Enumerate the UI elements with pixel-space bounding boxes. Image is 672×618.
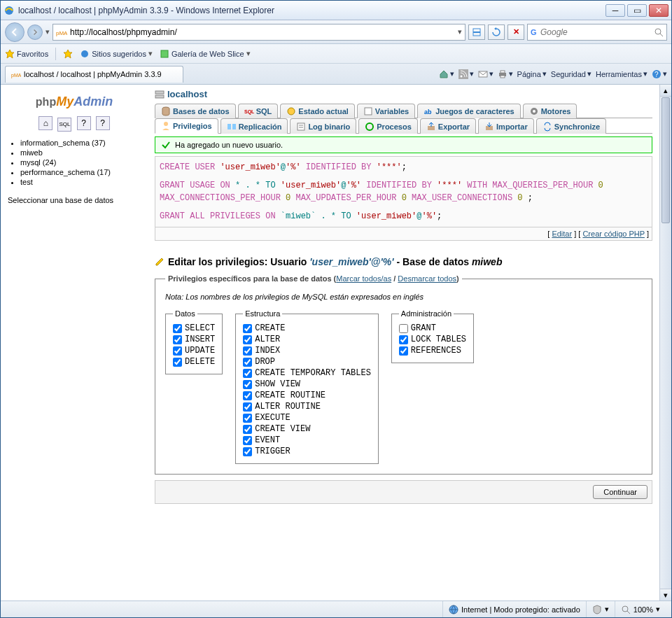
mail-button[interactable]: ▾ [478, 69, 493, 79]
priv-checkbox[interactable]: SELECT [173, 323, 215, 333]
uncheck-all-link[interactable]: Desmarcar todos [398, 274, 456, 283]
svg-rect-30 [232, 124, 236, 129]
priv-checkbox[interactable]: CREATE [243, 323, 371, 333]
submit-row: Continuar [155, 480, 652, 504]
query-icon-button[interactable]: ? [96, 116, 110, 130]
help-button[interactable]: ?▾ [652, 69, 667, 79]
db-item[interactable]: information_schema (37) [20, 139, 141, 147]
compat-view-button[interactable] [468, 24, 485, 40]
vertical-scrollbar[interactable]: ▴ ▾ [659, 85, 671, 601]
tab-variables[interactable]: Variables [357, 104, 415, 118]
google-icon: G [531, 27, 540, 37]
stop-button[interactable]: ✕ [507, 24, 524, 40]
tab-replication[interactable]: Replicación [220, 118, 288, 134]
db-item[interactable]: miweb [20, 148, 141, 157]
home-button[interactable]: ▾ [439, 69, 454, 79]
tools-menu[interactable]: Herramientas ▾ [596, 69, 648, 78]
priv-checkbox[interactable]: INSERT [173, 335, 215, 344]
svg-rect-4 [473, 31, 480, 33]
tab-status[interactable]: Estado actual [280, 104, 355, 118]
edit-sql-link[interactable]: Editar [552, 230, 572, 238]
print-button[interactable]: ▾ [498, 69, 513, 79]
zoom-control[interactable]: 100% ▾ [615, 601, 666, 617]
address-dropdown-icon[interactable]: ▾ [458, 27, 462, 36]
priv-checkbox[interactable]: DELETE [173, 357, 215, 367]
check-all-link[interactable]: Marcar todos/as [336, 274, 391, 283]
star-icon [5, 49, 15, 59]
db-item[interactable]: performance_schema (17) [20, 168, 141, 176]
svg-point-27 [533, 110, 536, 113]
priv-checkbox[interactable]: EVENT [243, 435, 371, 445]
svg-point-8 [81, 50, 88, 57]
favorites-button[interactable]: Favoritos [5, 49, 48, 59]
close-button[interactable]: ✕ [649, 4, 668, 17]
tab-engines[interactable]: Motores [523, 104, 578, 118]
server-header: localhost [155, 89, 652, 99]
addfav-button[interactable] [63, 49, 73, 59]
priv-checkbox[interactable]: LOCK TABLES [399, 335, 466, 344]
home-icon-button[interactable]: ⌂ [38, 116, 52, 130]
pma-main: localhost Bases de datos SQLSQL Estado a… [148, 85, 659, 601]
create-php-link[interactable]: Crear código PHP [582, 230, 644, 238]
search-box[interactable]: G [527, 24, 667, 41]
suggested-sites[interactable]: Sitios sugeridos ▾ [80, 49, 153, 59]
priv-checkbox[interactable]: CREATE ROUTINE [243, 391, 371, 400]
success-message: Ha agregado un nuevo usuario. [155, 136, 652, 153]
security-menu[interactable]: Seguridad ▾ [551, 69, 592, 78]
svg-point-6 [655, 29, 661, 34]
tab-binlog[interactable]: Log binario [290, 118, 356, 134]
priv-checkbox[interactable]: ALTER [243, 335, 371, 344]
address-bar[interactable]: pMA ▾ [52, 24, 465, 41]
tab-privileges[interactable]: Privilegios [155, 118, 218, 134]
status-protected-mode[interactable]: ▾ [586, 601, 615, 617]
priv-checkbox[interactable]: TRIGGER [243, 447, 371, 456]
browser-statusbar: Internet | Modo protegido: activado ▾ 10… [1, 601, 671, 617]
address-input[interactable] [70, 27, 458, 37]
feeds-button[interactable]: ▾ [458, 69, 474, 79]
priv-checkbox[interactable]: UPDATE [173, 346, 215, 356]
forward-button[interactable] [27, 24, 43, 40]
print-icon [498, 69, 507, 79]
priv-checkbox[interactable]: SHOW VIEW [243, 379, 371, 389]
db-icon [161, 106, 171, 116]
priv-checkbox[interactable]: DROP [243, 357, 371, 367]
back-button[interactable] [5, 22, 24, 42]
search-input[interactable] [540, 27, 654, 37]
tab-synchronize[interactable]: Synchronize [536, 118, 606, 134]
priv-checkbox[interactable]: ALTER ROUTINE [243, 402, 371, 412]
continue-button[interactable]: Continuar [593, 485, 648, 499]
tab-export[interactable]: Exportar [420, 118, 476, 134]
window-titlebar: localhost / localhost | phpMyAdmin 3.3.9… [1, 1, 671, 20]
search-icon[interactable] [654, 27, 664, 37]
priv-checkbox[interactable]: GRANT [399, 323, 466, 333]
charset-icon: ab [424, 106, 433, 116]
sql-icon-button[interactable]: SQL [57, 118, 71, 132]
tab-charsets[interactable]: abJuegos de caracteres [417, 104, 521, 118]
tab-sql[interactable]: SQLSQL [238, 104, 279, 118]
docs-icon-button[interactable]: ? [77, 116, 91, 130]
page-menu[interactable]: Página ▾ [517, 69, 547, 78]
scroll-thumb[interactable] [662, 97, 670, 223]
minimize-button[interactable]: ─ [606, 4, 625, 17]
tab-import[interactable]: Importar [478, 118, 534, 134]
scroll-up-icon[interactable]: ▴ [660, 85, 671, 97]
db-item[interactable]: mysql (24) [20, 158, 141, 167]
svg-line-39 [627, 611, 630, 614]
recent-dropdown-icon[interactable]: ▾ [46, 27, 50, 36]
priv-checkbox[interactable]: INDEX [243, 346, 371, 356]
maximize-button[interactable]: ▭ [627, 4, 647, 17]
priv-checkbox[interactable]: CREATE TEMPORARY TABLES [243, 368, 371, 378]
scroll-down-icon[interactable]: ▾ [660, 589, 671, 601]
status-internet: Internet | Modo protegido: activado [442, 601, 586, 617]
tab-processes[interactable]: Procesos [358, 118, 418, 134]
priv-checkbox[interactable]: CREATE VIEW [243, 424, 371, 434]
tab-databases[interactable]: Bases de datos [155, 104, 236, 118]
browser-tab[interactable]: pMA localhost / localhost | phpMyAdmin 3… [5, 66, 183, 83]
db-item[interactable]: test [20, 178, 141, 186]
priv-checkbox[interactable]: EXECUTE [243, 413, 371, 423]
pma-tabs-row1: Bases de datos SQLSQL Estado actual Vari… [155, 104, 652, 118]
proc-icon [365, 122, 374, 132]
webslice-gallery[interactable]: Galería de Web Slice ▾ [160, 49, 251, 59]
priv-checkbox[interactable]: REFERENCES [399, 346, 466, 356]
refresh-button[interactable] [488, 24, 505, 40]
